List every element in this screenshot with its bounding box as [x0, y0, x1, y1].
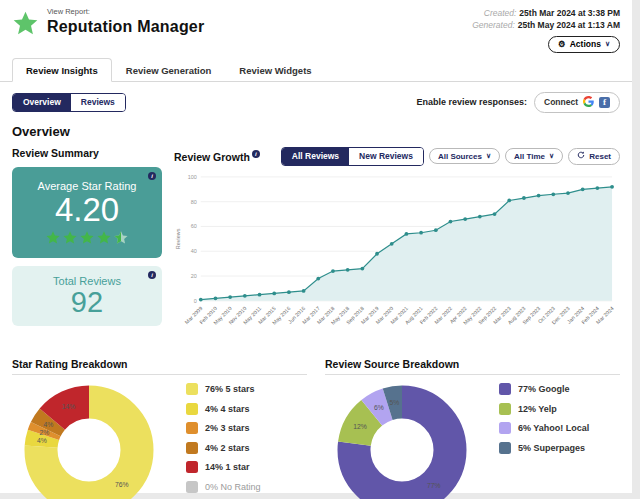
page-title: Reputation Manager: [47, 18, 204, 36]
review-source-donut-chart: 77%12%6%5%: [331, 379, 473, 499]
legend-label: 12% Yelp: [518, 404, 557, 414]
info-icon[interactable]: i: [148, 271, 156, 279]
data-point: [258, 292, 262, 296]
main-tabs: Review Insights Review Generation Review…: [0, 58, 632, 82]
area-fill: [201, 186, 612, 300]
star-logo-icon: [12, 10, 39, 41]
star_breakdown-svg: 76%4%2%4%14%: [18, 379, 160, 499]
legend-label: 5% Superpages: [518, 443, 585, 453]
legend-item: 77% Google: [499, 383, 589, 395]
star-icon: [96, 230, 112, 246]
legend-swatch: [499, 442, 511, 454]
data-point: [199, 297, 203, 301]
facebook-icon: f: [599, 97, 610, 108]
overview-toggle-button[interactable]: Overview: [13, 94, 71, 111]
reviews-mode-toggle: All Reviews New Reviews: [281, 147, 424, 166]
y-tick-label: 0: [194, 297, 197, 303]
legend-swatch: [499, 422, 511, 434]
legend-item: 0% No Rating: [186, 481, 298, 493]
data-point: [610, 185, 614, 189]
review-growth-section: Review Growthi All Reviews New Reviews A…: [174, 147, 620, 348]
created-timestamp: Created:25th Mar 2024 at 3:38 PM: [472, 7, 620, 19]
new-reviews-button[interactable]: New Reviews: [349, 148, 423, 165]
total-reviews-label: Total Reviews: [18, 275, 156, 287]
legend-item: 5% Superpages: [499, 442, 589, 454]
legend-swatch: [499, 403, 511, 415]
generated-timestamp: Generated:25th May 2024 at 1:13 AM: [472, 19, 620, 31]
data-point: [419, 230, 423, 234]
star-icon: [45, 230, 61, 246]
average-star-rating-value: 4.20: [18, 192, 156, 229]
data-point: [581, 187, 585, 191]
average-star-rating-label: Average Star Rating: [18, 180, 156, 192]
review-summary-title: Review Summary: [12, 147, 162, 159]
overview-heading: Overview: [12, 124, 620, 139]
legend-item: 4% 4 stars: [186, 403, 298, 415]
slice-percent-label: 4%: [44, 421, 54, 428]
data-point: [493, 212, 497, 216]
legend-swatch: [186, 442, 198, 454]
data-point: [551, 192, 555, 196]
data-point: [287, 290, 291, 294]
all-reviews-button[interactable]: All Reviews: [282, 148, 349, 165]
legend-swatch: [186, 461, 198, 473]
data-point: [346, 268, 350, 272]
tab-review-insights[interactable]: Review Insights: [12, 58, 112, 82]
report-header: View Report: Reputation Manager Created:…: [0, 0, 632, 53]
star-rating-breakdown-section: Star Rating Breakdown 76%4%2%4%14% 76% 5…: [12, 358, 307, 499]
star-rating-breakdown-title: Star Rating Breakdown: [12, 358, 307, 370]
star-rating-legend: 76% 5 stars4% 4 stars2% 3 stars4% 2 star…: [186, 383, 298, 499]
legend-item: 12% Yelp: [499, 403, 589, 415]
source_breakdown-svg: 77%12%6%5%: [331, 379, 473, 499]
growth-chart-svg: 020406080100ReviewsMar 2009Feb 2010May 2…: [174, 170, 620, 348]
legend-item: 4% 2 stars: [186, 442, 298, 454]
info-icon[interactable]: i: [148, 172, 156, 180]
legend-label: 6% Yahoo! Local: [518, 423, 589, 433]
legend-item: 6% Yahoo! Local: [499, 422, 589, 434]
report-page: View Report: Reputation Manager Created:…: [0, 0, 632, 493]
star-icon: [113, 230, 129, 246]
legend-label: 2% 3 stars: [205, 423, 250, 433]
data-point: [272, 291, 276, 295]
data-point: [302, 289, 306, 293]
data-point: [463, 217, 467, 221]
slice-percent-label: 12%: [353, 423, 367, 430]
data-point: [434, 228, 438, 232]
legend-label: 4% 4 stars: [205, 404, 250, 414]
connect-button[interactable]: Connect f: [534, 92, 620, 113]
google-icon: [583, 96, 594, 109]
data-point: [390, 242, 394, 246]
legend-label: 4% 2 stars: [205, 443, 250, 453]
review-summary-section: Review Summary i Average Star Rating 4.2…: [12, 147, 162, 348]
slice-percent-label: 4%: [37, 437, 47, 444]
gear-icon: ⚙: [558, 39, 566, 49]
review-source-legend: 77% Google12% Yelp6% Yahoo! Local5% Supe…: [499, 383, 589, 461]
time-filter-dropdown[interactable]: All Time∨: [505, 148, 563, 164]
data-point: [375, 251, 379, 255]
sources-filter-dropdown[interactable]: All Sources∨: [429, 148, 500, 164]
star-rating-donut-chart: 76%4%2%4%14%: [18, 379, 160, 499]
legend-swatch: [186, 481, 198, 493]
y-tick-label: 40: [191, 248, 197, 254]
average-star-rating-card: i Average Star Rating 4.20: [12, 167, 162, 258]
legend-label: 0% No Rating: [205, 482, 261, 492]
legend-label: 14% 1 star: [205, 462, 250, 472]
divider: [325, 374, 620, 375]
tab-review-widgets[interactable]: Review Widgets: [225, 58, 325, 82]
reset-button[interactable]: Reset: [568, 148, 620, 165]
data-point: [316, 276, 320, 280]
y-axis-label: Reviews: [175, 228, 181, 249]
info-icon[interactable]: i: [252, 150, 260, 158]
star-icon: [62, 230, 78, 246]
slice-percent-label: 5%: [390, 399, 400, 406]
legend-item: 76% 5 stars: [186, 383, 298, 395]
actions-button[interactable]: ⚙ Actions ∨: [548, 36, 620, 53]
data-point: [478, 214, 482, 218]
data-point: [243, 294, 247, 298]
review-growth-chart: 020406080100ReviewsMar 2009Feb 2010May 2…: [174, 170, 620, 348]
tab-review-generation[interactable]: Review Generation: [112, 58, 226, 82]
refresh-icon: [577, 151, 585, 161]
chevron-down-icon: ∨: [605, 40, 610, 48]
reviews-toggle-button[interactable]: Reviews: [71, 94, 125, 111]
data-point: [405, 232, 409, 236]
